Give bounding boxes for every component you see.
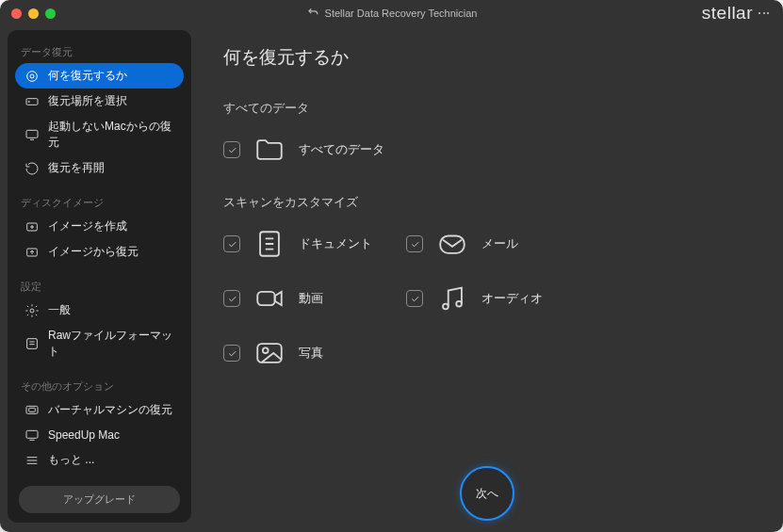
maximize-button[interactable] bbox=[45, 8, 56, 19]
raw-icon bbox=[24, 336, 40, 351]
option-label: オーディオ bbox=[481, 291, 543, 307]
resume-icon bbox=[24, 161, 40, 176]
sidebar-item-resume[interactable]: 復元を再開 bbox=[15, 155, 184, 181]
option-label: 写真 bbox=[299, 346, 323, 362]
checkbox-photo[interactable] bbox=[223, 345, 240, 362]
svg-rect-14 bbox=[257, 292, 274, 305]
section-all-title: すべてのデータ bbox=[223, 100, 749, 117]
sidebar-item-label: 起動しないMacからの復元 bbox=[48, 119, 174, 151]
kebab-menu[interactable]: ⋮ bbox=[757, 7, 772, 20]
titlebar: Stellar Data Recovery Technician stellar… bbox=[0, 0, 783, 26]
sidebar-item-label: SpeedUp Mac bbox=[48, 428, 120, 442]
sidebar-item-label: 一般 bbox=[48, 302, 71, 318]
option-all-data[interactable]: すべてのデータ bbox=[223, 134, 402, 166]
mac-icon bbox=[24, 127, 40, 142]
vm-icon bbox=[24, 403, 40, 418]
option-label: メール bbox=[481, 236, 518, 252]
option-photo[interactable]: 写真 bbox=[223, 337, 402, 369]
photo-icon bbox=[253, 337, 285, 369]
sidebar-item-nonboot-mac[interactable]: 起動しないMacからの復元 bbox=[15, 114, 184, 155]
sidebar-item-label: 復元を再開 bbox=[48, 160, 105, 176]
svg-point-18 bbox=[263, 347, 269, 353]
svg-point-15 bbox=[443, 304, 449, 310]
sidebar-item-label: イメージを作成 bbox=[48, 218, 127, 234]
audio-icon bbox=[436, 282, 468, 314]
speedup-icon bbox=[24, 427, 40, 443]
page-title: 何を復元するか bbox=[223, 45, 749, 70]
checkbox-documents[interactable] bbox=[223, 235, 240, 252]
app-window: Stellar Data Recovery Technician stellar… bbox=[0, 0, 783, 532]
document-icon bbox=[253, 228, 285, 260]
sidebar-item-create-image[interactable]: イメージを作成 bbox=[15, 214, 184, 239]
section-custom-title: スキャンをカスタマイズ bbox=[223, 194, 749, 211]
sidebar-item-speedup-mac[interactable]: SpeedUp Mac bbox=[15, 423, 184, 447]
sidebar-item-label: もっと ... bbox=[48, 452, 94, 468]
sidebar-item-select-location[interactable]: 復元場所を選択 bbox=[15, 89, 184, 114]
brand-logo: stellar bbox=[702, 3, 753, 24]
svg-rect-17 bbox=[257, 344, 282, 363]
sidebar-item-label: バーチャルマシンの復元 bbox=[48, 402, 172, 418]
sidebar-item-raw-format[interactable]: Rawファイルフォーマット bbox=[15, 323, 184, 364]
sidebar-section-title: ディスクイメージ bbox=[13, 190, 186, 214]
target-icon bbox=[24, 69, 40, 84]
upgrade-button[interactable]: アップグレード bbox=[19, 486, 180, 513]
svg-point-3 bbox=[28, 101, 29, 102]
svg-point-1 bbox=[30, 74, 34, 78]
option-label: 動画 bbox=[299, 291, 323, 307]
checkbox-all[interactable] bbox=[223, 141, 240, 158]
restore-image-icon bbox=[24, 245, 40, 260]
svg-rect-8 bbox=[27, 339, 38, 349]
svg-point-0 bbox=[27, 71, 38, 81]
sidebar-section-title: その他のオプション bbox=[13, 374, 186, 397]
sidebar: データ復元 何を復元するか 復元場所を選択 起動しないMacからの復元 復元を再… bbox=[8, 30, 191, 523]
main-panel: 何を復元するか すべてのデータ すべてのデータ スキャンをカスタマイズ ドキュメ… bbox=[191, 26, 783, 532]
video-icon bbox=[253, 282, 285, 314]
title-center: Stellar Data Recovery Technician bbox=[306, 6, 478, 21]
svg-point-16 bbox=[456, 301, 462, 307]
sidebar-item-general[interactable]: 一般 bbox=[15, 298, 184, 323]
option-mail[interactable]: メール bbox=[406, 228, 585, 260]
window-controls bbox=[11, 8, 56, 19]
sidebar-item-label: 復元場所を選択 bbox=[48, 93, 127, 109]
sidebar-item-label: イメージから復元 bbox=[48, 244, 139, 260]
svg-rect-10 bbox=[29, 408, 36, 411]
checkbox-audio[interactable] bbox=[406, 290, 423, 307]
back-icon[interactable] bbox=[306, 6, 319, 21]
sidebar-item-restore-image[interactable]: イメージから復元 bbox=[15, 239, 184, 265]
create-image-icon bbox=[24, 219, 40, 234]
sidebar-item-vm-recovery[interactable]: バーチャルマシンの復元 bbox=[15, 397, 184, 423]
svg-point-7 bbox=[30, 309, 34, 313]
option-video[interactable]: 動画 bbox=[223, 282, 402, 314]
sidebar-item-more[interactable]: もっと ... bbox=[15, 447, 184, 473]
svg-rect-13 bbox=[440, 236, 465, 253]
more-icon bbox=[24, 453, 40, 468]
sidebar-section-title: 設定 bbox=[13, 274, 186, 298]
mail-icon bbox=[436, 228, 468, 260]
drive-icon bbox=[24, 94, 40, 109]
option-audio[interactable]: オーディオ bbox=[406, 282, 585, 314]
sidebar-item-label: 何を復元するか bbox=[48, 68, 127, 84]
svg-rect-4 bbox=[26, 130, 38, 137]
checkbox-video[interactable] bbox=[223, 290, 240, 307]
minimize-button[interactable] bbox=[28, 8, 39, 19]
sidebar-item-label: Rawファイルフォーマット bbox=[48, 328, 174, 360]
folder-icon bbox=[253, 134, 285, 166]
sidebar-item-what-to-recover[interactable]: 何を復元するか bbox=[15, 63, 184, 89]
app-title: Stellar Data Recovery Technician bbox=[325, 8, 478, 19]
next-button[interactable]: 次へ bbox=[460, 466, 514, 521]
close-button[interactable] bbox=[11, 8, 22, 19]
gear-icon bbox=[24, 303, 40, 318]
option-label: ドキュメント bbox=[299, 236, 372, 252]
option-label: すべてのデータ bbox=[299, 142, 384, 158]
checkbox-mail[interactable] bbox=[406, 235, 423, 252]
option-documents[interactable]: ドキュメント bbox=[223, 228, 402, 260]
svg-rect-11 bbox=[26, 430, 38, 438]
svg-rect-9 bbox=[26, 406, 38, 413]
sidebar-section-title: データ復元 bbox=[13, 40, 186, 63]
